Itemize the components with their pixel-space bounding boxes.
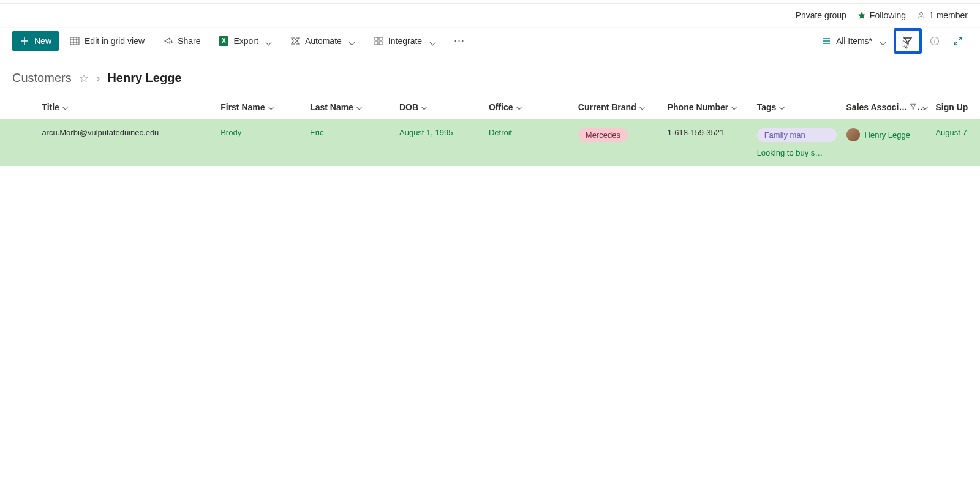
cell-signup[interactable]: August 7 — [930, 119, 980, 166]
cell-last-name[interactable]: Eric — [305, 119, 394, 166]
cell-first-name[interactable]: Brody — [216, 119, 305, 166]
column-tags-label: Tags — [757, 102, 777, 112]
cell-phone-text: 1-618-159-3521 — [668, 128, 725, 137]
edit-grid-label: Edit in grid view — [85, 36, 145, 46]
cell-title[interactable]: arcu.Morbi@vulputateduinec.edu — [37, 119, 216, 166]
following-toggle[interactable]: Following — [858, 10, 906, 20]
integrate-button[interactable]: Integrate — [366, 31, 443, 51]
chevron-down-icon — [357, 102, 363, 108]
members-text: 1 member — [929, 10, 968, 20]
automate-label: Automate — [305, 36, 342, 46]
cell-office[interactable]: Detroit — [484, 119, 573, 166]
chevron-down-icon — [429, 38, 435, 44]
cell-last-name-text: Eric — [310, 128, 323, 137]
share-icon — [163, 36, 173, 46]
list-view: Title First Name Last Name DOB Office Cu… — [0, 96, 980, 166]
column-last-name-label: Last Name — [310, 102, 353, 112]
excel-icon: X — [219, 36, 228, 46]
flow-icon — [290, 36, 300, 46]
breadcrumb-root[interactable]: Customers — [12, 71, 72, 85]
tag-truncated: Looking to buy s… — [757, 148, 837, 157]
column-dob[interactable]: DOB — [394, 96, 484, 119]
ellipsis-icon: ··· — [454, 34, 465, 47]
share-button[interactable]: Share — [156, 31, 208, 51]
chevron-down-icon — [269, 102, 275, 108]
chevron-down-icon — [266, 38, 272, 44]
table-header: Title First Name Last Name DOB Office Cu… — [0, 96, 980, 119]
column-title[interactable]: Title — [37, 96, 216, 119]
breadcrumb-separator: › — [96, 71, 100, 85]
filter-pane-button[interactable] — [894, 29, 921, 53]
cell-office-text: Detroit — [489, 128, 512, 137]
cell-tags[interactable]: Family man Looking to buy s… — [752, 119, 842, 166]
cell-first-name-text: Brody — [221, 128, 241, 137]
chevron-down-icon — [63, 102, 69, 108]
person-icon — [917, 11, 925, 20]
funnel-icon — [910, 103, 917, 110]
column-assoc-label: Sales Associ… — [846, 102, 908, 112]
cell-title-text: arcu.Morbi@vulputateduinec.edu — [42, 128, 159, 137]
column-tags[interactable]: Tags — [752, 96, 842, 119]
chevron-down-icon — [640, 102, 646, 108]
cell-phone[interactable]: 1-618-159-3521 — [663, 119, 752, 166]
column-sales-associate[interactable]: Sales Associ… — [842, 96, 931, 119]
svg-rect-5 — [379, 42, 382, 45]
svg-rect-4 — [375, 42, 378, 45]
edit-grid-button[interactable]: Edit in grid view — [62, 31, 152, 51]
tag-pill: Family man — [757, 128, 837, 142]
breadcrumb: Customers › Henry Legge — [0, 54, 980, 96]
column-last-name[interactable]: Last Name — [305, 96, 394, 119]
chevron-down-icon — [780, 102, 786, 108]
svg-rect-1 — [70, 37, 79, 45]
column-phone[interactable]: Phone Number — [663, 96, 752, 119]
cell-signup-text: August 7 — [935, 128, 967, 137]
column-first-name-label: First Name — [221, 102, 265, 112]
integrate-label: Integrate — [388, 36, 422, 46]
row-selector[interactable] — [0, 119, 37, 166]
svg-point-0 — [920, 12, 923, 15]
svg-rect-3 — [379, 37, 382, 40]
chevron-down-icon — [349, 38, 355, 44]
expand-button[interactable] — [948, 31, 968, 51]
export-label: Export — [233, 36, 258, 46]
command-bar: New Edit in grid view Share X Export Aut… — [0, 27, 980, 54]
cell-brand[interactable]: Mercedes — [573, 119, 663, 166]
more-button[interactable]: ··· — [447, 31, 472, 51]
column-signup[interactable]: Sign Up — [930, 96, 980, 119]
column-selector[interactable] — [0, 96, 37, 119]
star-outline-icon[interactable] — [79, 73, 89, 83]
column-first-name[interactable]: First Name — [216, 96, 305, 119]
new-button[interactable]: New — [12, 31, 59, 51]
automate-button[interactable]: Automate — [283, 31, 363, 51]
breadcrumb-current: Henry Legge — [107, 71, 181, 85]
expand-icon — [953, 36, 963, 46]
privacy-text: Private group — [796, 10, 846, 20]
chevron-down-icon — [422, 102, 428, 108]
column-brand[interactable]: Current Brand — [573, 96, 663, 119]
integrate-icon — [374, 36, 383, 46]
toolbar-right: All Items* — [816, 29, 968, 53]
export-button[interactable]: X Export — [211, 31, 279, 51]
cell-dob[interactable]: August 1, 1995 — [394, 119, 484, 166]
members-button[interactable]: 1 member — [917, 10, 968, 20]
cell-sales-associate[interactable]: Henry Legge — [842, 119, 931, 166]
list-icon — [821, 36, 831, 46]
column-office[interactable]: Office — [484, 96, 573, 119]
brand-pill: Mercedes — [578, 128, 628, 142]
info-pane-button[interactable] — [925, 31, 944, 51]
funnel-icon — [903, 36, 913, 46]
share-label: Share — [178, 36, 200, 46]
privacy-label: Private group — [796, 10, 846, 20]
column-dob-label: DOB — [399, 102, 418, 112]
column-signup-label: Sign Up — [935, 102, 968, 112]
column-phone-label: Phone Number — [668, 102, 729, 112]
cell-dob-text: August 1, 1995 — [399, 128, 453, 137]
tag-stack: Family man Looking to buy s… — [757, 128, 837, 157]
column-office-label: Office — [489, 102, 513, 112]
view-selector[interactable]: All Items* — [816, 31, 891, 51]
associate-name: Henry Legge — [865, 130, 910, 140]
view-label: All Items* — [836, 36, 872, 46]
table-row[interactable]: arcu.Morbi@vulputateduinec.edu Brody Eri… — [0, 119, 980, 166]
associate-chip: Henry Legge — [846, 128, 926, 141]
column-title-label: Title — [42, 102, 59, 112]
